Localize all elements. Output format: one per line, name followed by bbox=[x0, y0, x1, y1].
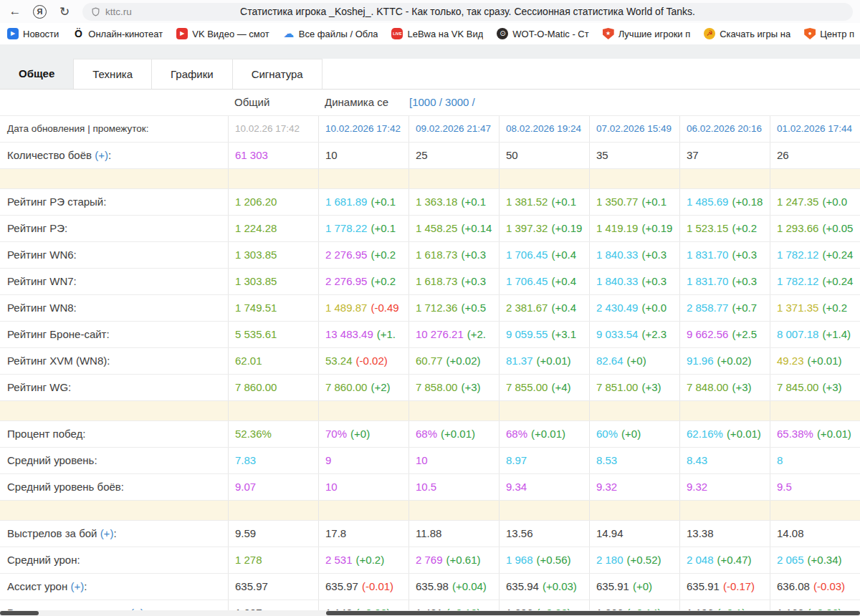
row-label-text: Рейтинг РЭ: bbox=[7, 222, 67, 234]
stat-value: 635.97 bbox=[235, 580, 268, 592]
tab-техника[interactable]: Техника bbox=[74, 59, 152, 89]
bookmark-item[interactable]: ☭Скачать игры на bbox=[704, 28, 790, 39]
bookmark-item[interactable]: ⊙WOT-O-Matic - Ст bbox=[497, 28, 588, 39]
back-icon[interactable]: ← bbox=[7, 4, 23, 19]
stat-delta: (+0.01) bbox=[727, 428, 761, 440]
stat-value: 1 618.73 bbox=[416, 249, 457, 261]
spacer-cell bbox=[679, 501, 770, 520]
stat-cell: 2 180(+0.52) bbox=[589, 547, 679, 573]
stat-value: 60.77 bbox=[416, 355, 443, 367]
stat-cell: 635.98(+0.04) bbox=[408, 574, 499, 600]
stat-cell: 1 363.18(+0.1 bbox=[408, 189, 499, 215]
stat-delta: (+0.01) bbox=[531, 428, 565, 440]
stat-cell: 635.91(+0) bbox=[589, 574, 679, 600]
stat-value: 5 535.61 bbox=[235, 328, 277, 340]
tab-сигнатура[interactable]: Сигнатура bbox=[233, 59, 322, 89]
stat-cell: 635.94(+0.03) bbox=[499, 574, 589, 600]
browser-toolbar: ← Я ↻ Статистика игрока _Koshej_. KTTC -… bbox=[0, 0, 860, 23]
stat-cell: 1 397.32(+0.19 bbox=[499, 216, 589, 241]
stat-delta: (-0.03) bbox=[813, 580, 845, 592]
stat-cell: 10 bbox=[318, 143, 408, 168]
cloud-icon: ☁ bbox=[283, 28, 295, 39]
tab-общее[interactable]: Общее bbox=[0, 59, 74, 89]
session-size-links[interactable]: [1000 / 3000 / bbox=[409, 96, 475, 108]
stat-delta: (+0.3 bbox=[461, 249, 486, 261]
bookmark-item[interactable]: ☁Все файлы / Обла bbox=[283, 28, 378, 39]
stat-delta: (+3) bbox=[822, 381, 841, 393]
tab-графики[interactable]: Графики bbox=[152, 59, 233, 89]
bookmark-item[interactable]: ▶VK Видео — смот bbox=[176, 28, 269, 39]
bookmark-item[interactable]: ÖОнлайн-кинотеат bbox=[72, 28, 163, 39]
stat-value: 70% bbox=[325, 428, 347, 440]
bookmark-item[interactable]: LIVELeBwa на VK Вид bbox=[391, 28, 483, 39]
yandex-icon[interactable]: Я bbox=[33, 5, 47, 19]
stat-delta: (+0) bbox=[633, 580, 652, 592]
date-link[interactable]: 09.02.2026 21:47 bbox=[416, 123, 491, 134]
stat-value: 1 371.35 bbox=[777, 302, 818, 314]
bookmark-item[interactable]: ●Центр п bbox=[804, 28, 854, 39]
date-link[interactable]: 07.02.2026 15:49 bbox=[596, 123, 672, 134]
stat-cell: 1 523.15(+0.2 bbox=[679, 216, 770, 241]
stat-value: 2 531 bbox=[325, 554, 353, 566]
reload-icon[interactable]: ↻ bbox=[57, 4, 72, 19]
stat-value: 2 381.67 bbox=[506, 302, 548, 314]
stat-delta: (+0.1 bbox=[371, 222, 396, 234]
stat-value: 65.38% bbox=[777, 428, 813, 440]
stat-cell: 9.5 bbox=[770, 474, 860, 500]
stat-value: 1 968 bbox=[506, 554, 533, 566]
row-label-text: Рейтинг РЭ старый: bbox=[7, 196, 106, 208]
stat-delta: (+0.2 bbox=[822, 302, 847, 314]
stat-cell: 9 662.56(+2.5 bbox=[679, 322, 770, 347]
spacer-row bbox=[0, 500, 860, 520]
date-link[interactable]: 10.02.2026 17:42 bbox=[325, 123, 401, 134]
stat-value: 8 bbox=[777, 454, 783, 466]
stat-delta: (-0.17) bbox=[723, 580, 755, 592]
stat-cell: 1 350.77(+0.1 bbox=[589, 189, 679, 215]
spacer-row bbox=[0, 168, 860, 188]
spacer-cell bbox=[0, 169, 228, 188]
stat-delta: (+2) bbox=[371, 381, 390, 393]
date-link[interactable]: 06.02.2026 20:16 bbox=[687, 123, 762, 134]
spacer-row bbox=[0, 400, 860, 420]
stat-cell: 7 845.00(+3) bbox=[770, 375, 860, 400]
stat-cell: 1 303.85 bbox=[228, 269, 318, 294]
stat-value: 14.94 bbox=[596, 527, 624, 539]
stat-value: 7 855.00 bbox=[506, 381, 548, 393]
stat-delta: (+0.24 bbox=[822, 275, 853, 287]
stat-value: 9 033.54 bbox=[596, 328, 638, 340]
plus-link[interactable]: (+) bbox=[100, 527, 114, 539]
stat-cell: 8 007.18(+1.4) bbox=[770, 322, 860, 347]
date-link[interactable]: 08.02.2026 19:24 bbox=[506, 123, 581, 134]
stat-delta: (+0.1 bbox=[371, 196, 396, 208]
stat-cell: 2 065(+0.34) bbox=[770, 547, 860, 573]
spacer-cell bbox=[499, 501, 589, 520]
tabs: ОбщееТехникаГрафикиСигнатура bbox=[0, 59, 860, 89]
plus-link[interactable]: (+) bbox=[70, 580, 84, 592]
table-row: Средний уровень:7.839108.978.538.438 bbox=[0, 447, 860, 473]
stat-value: 10 bbox=[416, 454, 428, 466]
plus-link[interactable]: (+) bbox=[95, 149, 108, 161]
stat-delta: (+2.3 bbox=[641, 328, 666, 340]
stat-delta: (+0.5 bbox=[461, 302, 486, 314]
stat-cell: 8.53 bbox=[589, 448, 679, 473]
stat-delta: (+0.01) bbox=[441, 428, 475, 440]
row-label-text: Процент побед: bbox=[7, 428, 85, 440]
spacer-cell bbox=[228, 169, 318, 188]
stat-delta: (+0.2) bbox=[356, 554, 385, 566]
bookmark-item[interactable]: ▶Новости bbox=[7, 28, 59, 39]
stat-value: 1 840.33 bbox=[596, 249, 638, 261]
horizontal-scrollbar[interactable] bbox=[0, 610, 860, 616]
address-bar[interactable]: Статистика игрока _Koshej_. KTTC - Как т… bbox=[82, 3, 853, 21]
stat-cell: 1 840.33(+0.3 bbox=[589, 242, 679, 268]
stat-cell: 636.08(-0.03) bbox=[770, 574, 860, 600]
stat-cell: 81.37(+0.01) bbox=[499, 348, 589, 374]
stat-value: 2 276.95 bbox=[325, 275, 367, 287]
scrollbar-thumb[interactable] bbox=[326, 611, 860, 615]
stat-value: 1 782.12 bbox=[777, 275, 818, 287]
stat-cell: 37 bbox=[679, 143, 770, 168]
date-link[interactable]: 01.02.2026 17:44 bbox=[777, 123, 852, 134]
bookmark-item[interactable]: ★Лучшие игроки п bbox=[603, 28, 691, 39]
stat-delta: (+0.4 bbox=[551, 249, 576, 261]
stat-cell: 635.97(-0.01) bbox=[318, 574, 408, 600]
scrollbar-thumb-left[interactable] bbox=[0, 611, 39, 615]
